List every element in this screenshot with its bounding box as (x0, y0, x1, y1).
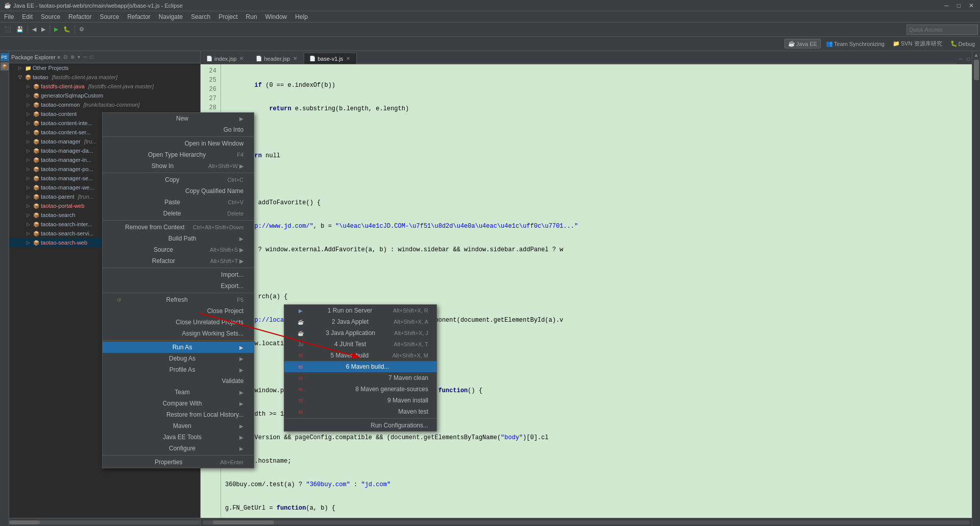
code-scroll-thumb[interactable] (213, 520, 274, 524)
perspective-debug[interactable]: 🐛 Debug (947, 39, 978, 48)
ctx-go-into[interactable]: Go Into (103, 124, 254, 135)
sub-maven-build[interactable]: m 5 Maven build Alt+Shift+X, M (284, 350, 436, 361)
pe-scroll-track[interactable] (9, 520, 200, 524)
tree-common[interactable]: ▷ 📦 taotao-common [trunk/taotao-common] (9, 100, 200, 109)
ctx-javaee-tools[interactable]: Java EE Tools ▶ (103, 432, 254, 443)
editor-maximize[interactable]: □ (965, 54, 972, 64)
tab-close-3[interactable]: ✕ (345, 56, 351, 61)
ctx-remove-context[interactable]: Remove from Context Ctrl+Alt+Shift+Down (103, 222, 254, 233)
ctx-refresh[interactable]: ↺ Refresh F5 (103, 294, 254, 305)
perspective-javaee[interactable]: ☕ Java EE (785, 39, 821, 49)
tab-base-v1-js[interactable]: 📄 base-v1.js ✕ (304, 53, 357, 64)
tree-generator[interactable]: ▷ 📦 generatorSqlmapCustom (9, 91, 200, 100)
tree-taotao[interactable]: ▽ 📦 taotao [fastdfs-client-java master] (9, 73, 200, 82)
tab-index-jsp[interactable]: 📄 index.jsp ✕ (201, 53, 250, 64)
toolbar-run[interactable]: ▶ (52, 25, 60, 34)
ctx-refactor[interactable]: Refactor Alt+Shift+T ▶ (103, 255, 254, 267)
sub-maven-clean[interactable]: m 7 Maven clean (284, 372, 436, 384)
ctx-build-path[interactable]: Build Path ▶ (103, 233, 254, 244)
tab-close-2[interactable]: ✕ (292, 56, 298, 61)
ctx-paste[interactable]: Paste Ctrl+V (103, 197, 254, 208)
ctx-close-project[interactable]: Close Project (103, 305, 254, 317)
ctx-show-in[interactable]: Show In Alt+Shift+W ▶ (103, 160, 254, 172)
sub-run-on-server[interactable]: ▶ 1 Run on Server Alt+Shift+X, R (284, 305, 436, 316)
menu-edit[interactable]: Edit (18, 11, 37, 22)
pe-scroll-thumb[interactable] (9, 520, 40, 524)
close-button[interactable]: ✕ (967, 2, 976, 9)
right-scroll-thumb[interactable] (974, 60, 979, 80)
ctx-assign-working-sets[interactable]: Assign Working Sets... (103, 328, 254, 339)
ctx-properties[interactable]: Properties Alt+Enter (103, 457, 254, 468)
left-icon-2[interactable]: 📦 (1, 62, 9, 70)
maximize-button[interactable]: □ (955, 2, 963, 9)
ctx-profile-as[interactable]: Profile As ▶ (103, 364, 254, 375)
ctx-delete[interactable]: Delete Delete (103, 208, 254, 219)
toolbar-back[interactable]: ◀ (30, 25, 38, 34)
minimize-button[interactable]: ─ (942, 2, 951, 9)
menu-help[interactable]: Help (291, 11, 312, 22)
toolbar-new[interactable]: ⬛ (2, 25, 13, 34)
toolbar-debug[interactable]: 🐛 (61, 25, 72, 34)
ctx-copy[interactable]: Copy Ctrl+C (103, 174, 254, 185)
menu-search[interactable]: Search (187, 11, 214, 22)
sub-java-application[interactable]: ☕ 3 Java Application Alt+Shift+X, J (284, 327, 436, 339)
pe-scrollbar[interactable] (9, 518, 200, 526)
code-scrollbar[interactable] (201, 518, 972, 526)
sub-maven-build-dots[interactable]: m 6 Maven build... (284, 361, 436, 372)
menu-file[interactable]: File (0, 11, 18, 22)
ctx-new[interactable]: New ▶ (103, 113, 254, 124)
pe-view-menu[interactable]: ▾ (77, 54, 81, 60)
ctx-import[interactable]: Import... (103, 269, 254, 280)
ctx-team[interactable]: Team ▶ (103, 387, 254, 398)
sub-run-configs[interactable]: Run Configurations... (284, 420, 436, 431)
menu-navigate[interactable]: Navigate (155, 11, 187, 22)
menu-window[interactable]: Window (261, 11, 291, 22)
ctx-maven[interactable]: Maven ▶ (103, 420, 254, 432)
tab-header-jsp[interactable]: 📄 header.jsp ✕ (250, 53, 304, 64)
ctx-copy-qualified[interactable]: Copy Qualified Name (103, 185, 254, 197)
perspective-team-sync[interactable]: 👥 Team Synchronizing (823, 39, 888, 48)
ctx-restore-history[interactable]: Restore from Local History... (103, 409, 254, 420)
ctx-validate[interactable]: Validate (103, 375, 254, 387)
pe-collapse-all[interactable]: ⊟ (62, 54, 68, 60)
pe-minimize[interactable]: ─ (82, 54, 88, 60)
code-content[interactable]: if (0 == e.indexOf(b)) return e.substrin… (221, 64, 972, 518)
right-scroll-panel[interactable]: ▲ (972, 51, 980, 526)
code-scroll-track[interactable] (203, 520, 970, 524)
sub-maven-test[interactable]: m Maven test (284, 406, 436, 417)
toolbar-more[interactable]: ⚙ (77, 25, 86, 34)
ctx-configure[interactable]: Configure ▶ (103, 443, 254, 454)
menu-refactor1[interactable]: Refactor (64, 11, 95, 22)
menu-project[interactable]: Project (214, 11, 241, 22)
code-area[interactable]: 24 25 26 27 28 29 30 31 32 33 34 35 36 3… (201, 64, 972, 518)
menu-run[interactable]: Run (242, 11, 261, 22)
menu-source2[interactable]: Source (95, 11, 123, 22)
ctx-export[interactable]: Export... (103, 280, 254, 292)
ctx-close-unrelated[interactable]: Close Unrelated Projects (103, 317, 254, 328)
left-icon-1[interactable]: PE (1, 53, 9, 61)
sub-maven-generate[interactable]: m 8 Maven generate-sources (284, 384, 436, 395)
ctx-source[interactable]: Source Alt+Shift+S ▶ (103, 244, 254, 255)
right-scroll-up[interactable]: ▲ (974, 52, 979, 58)
editor-minimize[interactable]: ─ (957, 54, 965, 64)
toolbar-forward[interactable]: ▶ (39, 25, 47, 34)
ctx-type-hierarchy[interactable]: Open Type Hierarchy F4 (103, 149, 254, 160)
ctx-run-as[interactable]: Run As ▶ (103, 342, 254, 353)
tab-close-1[interactable]: ✕ (238, 56, 244, 61)
sub-maven-install[interactable]: m 9 Maven install (284, 395, 436, 406)
pe-maximize[interactable]: □ (89, 54, 94, 60)
pe-link-editor[interactable]: ⊕ (69, 54, 76, 60)
menu-refactor2[interactable]: Refactor (123, 11, 154, 22)
quick-access-input[interactable] (906, 25, 978, 35)
tree-other-projects[interactable]: ▷ 📁 Other Projects (9, 63, 200, 73)
sub-java-applet[interactable]: ☕ 2 Java Applet Alt+Shift+X, A (284, 316, 436, 327)
menu-source1[interactable]: Source (37, 11, 64, 22)
perspective-svn[interactable]: 📁 SVN 资源库研究 (890, 39, 945, 49)
ctx-compare-with[interactable]: Compare With ▶ (103, 398, 254, 409)
ctx-open-window[interactable]: Open in New Window (103, 138, 254, 149)
window-controls[interactable]: ─ □ ✕ (942, 2, 976, 9)
sub-junit[interactable]: Ju 4 JUnit Test Alt+Shift+X, T (284, 339, 436, 350)
ctx-debug-as[interactable]: Debug As ▶ (103, 353, 254, 364)
tree-fastdfs[interactable]: ▷ 📦 fastdfs-client-java [fastdfs-client-… (9, 82, 200, 91)
toolbar-save[interactable]: 💾 (14, 25, 26, 34)
